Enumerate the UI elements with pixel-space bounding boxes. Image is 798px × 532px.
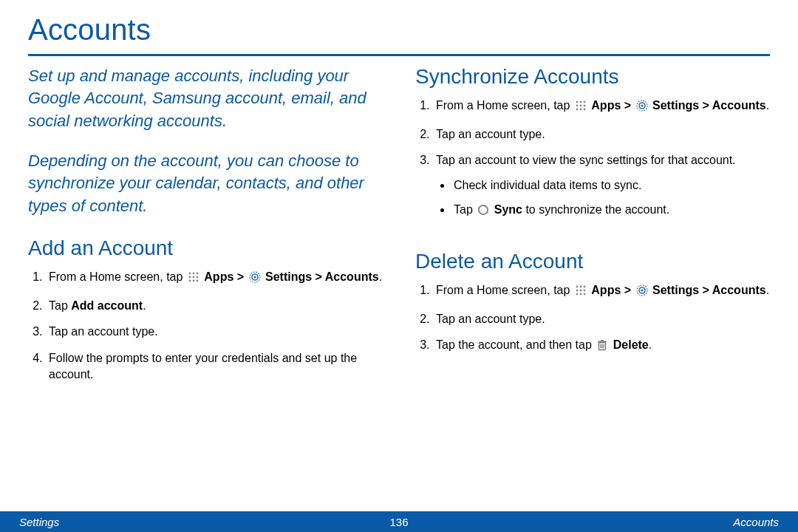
delete-label: Delete xyxy=(613,338,649,351)
sync-bullet-1: Check individual data items to sync. xyxy=(452,173,770,198)
right-column: Synchronize Accounts From a Home screen,… xyxy=(415,65,770,388)
sync-icon xyxy=(477,204,489,220)
heading-add-account: Add an Account xyxy=(28,236,383,260)
accounts-label: Accounts xyxy=(325,270,379,283)
left-column: Set up and manage accounts, including yo… xyxy=(28,65,383,388)
sync-step-2: Tap an account type. xyxy=(433,122,770,149)
settings-icon xyxy=(636,100,648,116)
sync-step-1: From a Home screen, tap Apps > Settings … xyxy=(433,93,770,122)
footer-left: Settings xyxy=(19,516,59,528)
delete-account-steps: From a Home screen, tap Apps > Settings … xyxy=(415,278,770,361)
settings-icon xyxy=(249,271,261,287)
content-columns: Set up and manage accounts, including yo… xyxy=(28,65,770,388)
apps-icon xyxy=(575,284,587,301)
del-step-3: Tap the account, and then tap Delete. xyxy=(433,332,770,361)
sync-bullet-2: Tap Sync to synchronize the account. xyxy=(452,197,770,225)
intro-text: Set up and manage accounts, including yo… xyxy=(28,65,383,217)
add-step-1: From a Home screen, tap Apps > Settings … xyxy=(46,265,383,293)
page: Accounts Set up and manage accounts, inc… xyxy=(0,0,798,532)
apps-icon xyxy=(575,100,587,116)
del-step-2: Tap an account type. xyxy=(433,307,770,333)
intro-p2: Depending on the account, you can choose… xyxy=(28,150,383,217)
add-step-4: Follow the prompts to enter your credent… xyxy=(46,346,383,388)
del-step-1: From a Home screen, tap Apps > Settings … xyxy=(433,278,770,307)
sync-step-3: Tap an account to view the sync settings… xyxy=(433,148,770,231)
heading-sync-accounts: Synchronize Accounts xyxy=(415,65,770,89)
footer-right: Accounts xyxy=(733,516,779,528)
add-step-3: Tap an account type. xyxy=(46,319,383,346)
add-account-steps: From a Home screen, tap Apps > Settings … xyxy=(28,265,383,388)
settings-icon xyxy=(636,284,648,301)
sync-step-3-bullets: Check individual data items to sync. Tap… xyxy=(436,173,770,225)
heading-delete-account: Delete an Account xyxy=(415,250,770,273)
sync-accounts-steps: From a Home screen, tap Apps > Settings … xyxy=(415,93,770,231)
trash-icon xyxy=(596,339,608,355)
title-rule xyxy=(28,54,770,56)
apps-icon xyxy=(188,271,200,287)
page-footer: Settings 136 Accounts xyxy=(0,511,798,532)
add-account-label: Add account xyxy=(71,299,143,312)
page-title: Accounts xyxy=(28,7,770,54)
apps-label: Apps xyxy=(204,270,233,283)
settings-label: Settings xyxy=(265,270,312,283)
add-step-2: Tap Add account. xyxy=(46,293,383,320)
sync-label: Sync xyxy=(494,203,522,216)
footer-page-number: 136 xyxy=(389,516,408,528)
intro-p1: Set up and manage accounts, including yo… xyxy=(28,65,383,132)
